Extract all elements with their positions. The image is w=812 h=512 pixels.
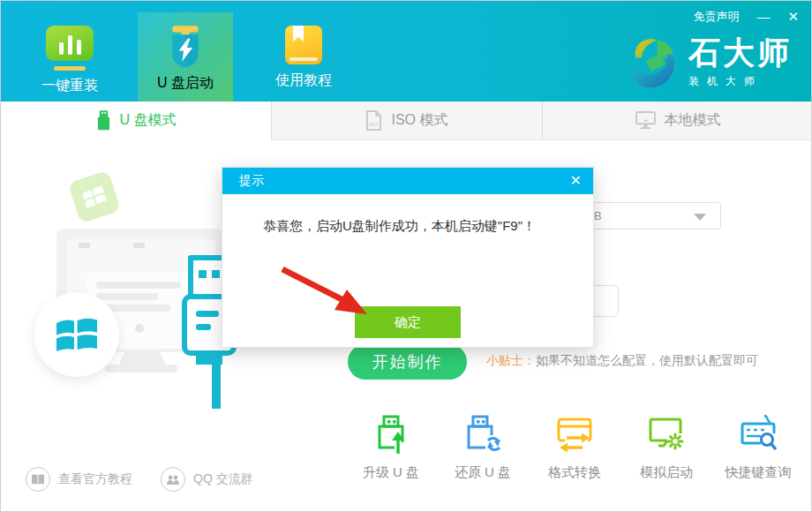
tip-text: 小贴士：如果不知道怎么配置，使用默认配置即可 bbox=[486, 353, 758, 369]
header: 一键重装 U 盘启动 使用教程 免责声明 — ✕ bbox=[1, 1, 812, 102]
tool-hotkey-query[interactable]: 快捷键查询 bbox=[714, 414, 802, 481]
brand-logo-icon bbox=[628, 34, 680, 89]
bar-chart-icon bbox=[46, 26, 94, 61]
svg-text:ISO: ISO bbox=[369, 121, 379, 127]
chevron-down-icon bbox=[694, 214, 706, 221]
dialog-close-icon[interactable]: ✕ bbox=[570, 174, 582, 188]
tool-label: 模拟启动 bbox=[640, 464, 693, 481]
mode-tabs: U 盘模式 ISO ISO 模式 本地模式 bbox=[1, 102, 812, 140]
illustration-line bbox=[96, 282, 181, 289]
nav-label: 一键重装 bbox=[41, 77, 98, 95]
disclaimer-link[interactable]: 免责声明 bbox=[693, 9, 739, 25]
start-make-button[interactable]: 开始制作 bbox=[348, 344, 467, 380]
illustration-monitor-button bbox=[135, 324, 144, 333]
illustration-monitor-stand bbox=[118, 351, 166, 365]
app-window: 一键重装 U 盘启动 使用教程 免责声明 — ✕ bbox=[0, 0, 812, 512]
iso-file-icon: ISO bbox=[365, 110, 382, 131]
tool-format-convert[interactable]: 格式转换 bbox=[530, 414, 619, 481]
tip-body: 如果不知道怎么配置，使用默认配置即可 bbox=[536, 353, 758, 367]
usb-shield-lightning-icon bbox=[166, 25, 205, 69]
book-icon bbox=[285, 26, 322, 64]
footer-links: 查看官方教程 QQ 交流群 bbox=[26, 467, 253, 492]
simulate-boot-icon bbox=[646, 414, 687, 456]
illustration-usb-cable bbox=[212, 363, 221, 409]
tool-label: 还原 U 盘 bbox=[455, 464, 511, 481]
illustration-monitor-base bbox=[105, 365, 177, 373]
bookmark-icon bbox=[293, 26, 304, 41]
usb-upgrade-icon bbox=[371, 414, 411, 456]
link-label: QQ 交流群 bbox=[193, 471, 253, 487]
link-label: 查看官方教程 bbox=[58, 471, 132, 487]
tool-label: 快捷键查询 bbox=[726, 464, 792, 481]
brand-tagline: 装机大师 bbox=[688, 74, 792, 89]
tool-upgrade-usb[interactable]: 升级 U 盘 bbox=[347, 414, 435, 481]
illustration-dot bbox=[133, 243, 145, 248]
dialog-header: 提示 ✕ bbox=[222, 168, 593, 194]
monitor-icon bbox=[635, 111, 656, 130]
people-circle-icon bbox=[161, 467, 185, 492]
windows-logo-badge bbox=[34, 292, 119, 377]
success-dialog: 提示 ✕ 恭喜您，启动U盘制作成功，本机启动键"F9"！ 确定 bbox=[222, 167, 594, 348]
tool-label: 升级 U 盘 bbox=[363, 464, 419, 481]
minimize-button[interactable]: — bbox=[756, 9, 770, 25]
book-circle-icon bbox=[26, 467, 50, 492]
tool-simulate-boot[interactable]: 模拟启动 bbox=[622, 414, 710, 481]
dialog-ok-button[interactable]: 确定 bbox=[355, 306, 461, 338]
tab-iso-mode[interactable]: ISO ISO 模式 bbox=[271, 102, 542, 140]
tab-usb-mode[interactable]: U 盘模式 bbox=[1, 102, 271, 140]
tip-label: 小贴士： bbox=[486, 353, 536, 367]
nav-label: U 盘启动 bbox=[157, 74, 214, 93]
format-convert-icon bbox=[554, 414, 595, 456]
tab-label: ISO 模式 bbox=[391, 111, 447, 130]
brand-name: 石大师 bbox=[688, 35, 792, 71]
windows-chip-icon bbox=[68, 170, 121, 223]
nav-label: 使用教程 bbox=[275, 72, 332, 90]
illustration-line bbox=[96, 293, 158, 300]
dialog-message: 恭喜您，启动U盘制作成功，本机启动键"F9"！ bbox=[263, 218, 536, 235]
nav-item-one-key-reinstall[interactable]: 一键重装 bbox=[27, 26, 112, 95]
footer-tools: 升级 U 盘 还原 U 盘 bbox=[347, 414, 802, 481]
close-button[interactable]: ✕ bbox=[787, 9, 799, 25]
tab-label: U 盘模式 bbox=[120, 111, 177, 130]
illustration-dot bbox=[79, 243, 90, 248]
nav-underline bbox=[54, 66, 86, 71]
official-tutorial-link[interactable]: 查看官方教程 bbox=[26, 467, 132, 492]
tab-local-mode[interactable]: 本地模式 bbox=[542, 102, 812, 140]
usb-device-value: B bbox=[594, 209, 602, 222]
nav-item-usb-boot[interactable]: U 盘启动 bbox=[138, 12, 233, 102]
brand-logo: 石大师 装机大师 bbox=[628, 34, 792, 89]
usb-drive-icon bbox=[96, 110, 111, 131]
tab-label: 本地模式 bbox=[665, 111, 721, 130]
hotkey-query-icon bbox=[738, 414, 778, 456]
tool-restore-usb[interactable]: 还原 U 盘 bbox=[439, 414, 527, 481]
dialog-title: 提示 bbox=[239, 173, 264, 189]
qq-group-link[interactable]: QQ 交流群 bbox=[161, 467, 253, 492]
usb-restore-icon bbox=[462, 414, 503, 456]
tool-label: 格式转换 bbox=[548, 464, 601, 481]
titlebar: 免责声明 — ✕ bbox=[693, 9, 799, 25]
nav-item-tutorial[interactable]: 使用教程 bbox=[261, 26, 346, 90]
